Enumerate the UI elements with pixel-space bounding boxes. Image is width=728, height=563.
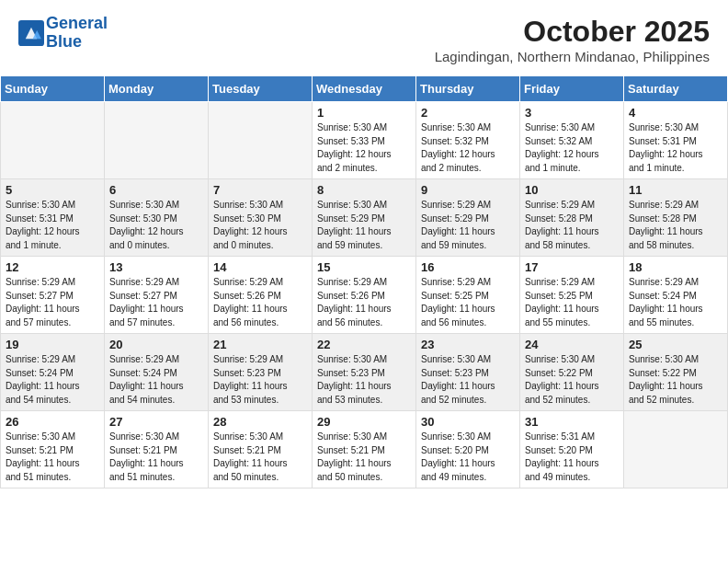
day-info: Sunrise: 5:30 AMSunset: 5:30 PMDaylight:… [109, 199, 203, 252]
day-info: Sunrise: 5:30 AMSunset: 5:21 PMDaylight:… [317, 431, 411, 484]
day-info: Sunrise: 5:29 AMSunset: 5:23 PMDaylight:… [213, 353, 307, 407]
day-number: 6 [109, 183, 203, 197]
day-info: Sunrise: 5:29 AMSunset: 5:26 PMDaylight:… [317, 276, 411, 329]
day-info: Sunrise: 5:29 AMSunset: 5:26 PMDaylight:… [213, 276, 307, 329]
day-number: 29 [317, 415, 411, 429]
calendar-cell: 29Sunrise: 5:30 AMSunset: 5:21 PMDayligh… [313, 411, 416, 488]
calendar-cell: 15Sunrise: 5:29 AMSunset: 5:26 PMDayligh… [313, 257, 416, 334]
calendar-cell: 28Sunrise: 5:30 AMSunset: 5:21 PMDayligh… [209, 411, 313, 488]
month-title: October 2025 [435, 15, 710, 49]
calendar-cell [624, 411, 728, 488]
calendar-cell: 5Sunrise: 5:30 AMSunset: 5:31 PMDaylight… [1, 179, 105, 257]
calendar-cell: 20Sunrise: 5:29 AMSunset: 5:24 PMDayligh… [105, 334, 209, 411]
day-info: Sunrise: 5:31 AMSunset: 5:20 PMDaylight:… [525, 431, 619, 484]
day-number: 13 [109, 260, 203, 274]
weekday-sunday: Sunday [1, 76, 105, 102]
day-number: 4 [629, 106, 722, 120]
weekday-monday: Monday [105, 76, 209, 102]
day-number: 8 [317, 183, 411, 197]
calendar-cell: 30Sunrise: 5:30 AMSunset: 5:20 PMDayligh… [416, 411, 520, 488]
day-info: Sunrise: 5:30 AMSunset: 5:32 AMDaylight:… [525, 121, 619, 175]
weekday-tuesday: Tuesday [209, 76, 313, 102]
day-number: 28 [213, 415, 307, 429]
weekday-wednesday: Wednesday [313, 76, 416, 102]
day-number: 2 [421, 106, 515, 120]
day-info: Sunrise: 5:29 AMSunset: 5:28 PMDaylight:… [525, 199, 619, 252]
day-info: Sunrise: 5:30 AMSunset: 5:33 PMDaylight:… [317, 121, 411, 175]
day-number: 25 [629, 338, 722, 351]
calendar-cell: 13Sunrise: 5:29 AMSunset: 5:27 PMDayligh… [105, 257, 209, 334]
calendar-cell: 18Sunrise: 5:29 AMSunset: 5:24 PMDayligh… [624, 257, 728, 334]
day-info: Sunrise: 5:30 AMSunset: 5:29 PMDaylight:… [317, 199, 411, 252]
week-row-2: 5Sunrise: 5:30 AMSunset: 5:31 PMDaylight… [1, 179, 728, 257]
page-header: General Blue October 2025 Lagindingan, N… [0, 0, 728, 72]
calendar-cell: 8Sunrise: 5:30 AMSunset: 5:29 PMDaylight… [313, 179, 416, 257]
day-info: Sunrise: 5:30 AMSunset: 5:21 PMDaylight:… [6, 431, 99, 484]
day-info: Sunrise: 5:29 AMSunset: 5:28 PMDaylight:… [629, 199, 722, 252]
calendar-cell: 17Sunrise: 5:29 AMSunset: 5:25 PMDayligh… [520, 257, 624, 334]
calendar-cell: 22Sunrise: 5:30 AMSunset: 5:23 PMDayligh… [313, 334, 416, 411]
calendar-cell: 3Sunrise: 5:30 AMSunset: 5:32 AMDaylight… [520, 102, 624, 179]
day-number: 22 [317, 338, 411, 351]
day-number: 18 [629, 260, 722, 274]
weekday-header-row: SundayMondayTuesdayWednesdayThursdayFrid… [1, 76, 728, 102]
calendar-cell: 19Sunrise: 5:29 AMSunset: 5:24 PMDayligh… [1, 334, 105, 411]
calendar-cell: 6Sunrise: 5:30 AMSunset: 5:30 PMDaylight… [105, 179, 209, 257]
day-info: Sunrise: 5:30 AMSunset: 5:21 PMDaylight:… [213, 431, 307, 484]
calendar-cell: 4Sunrise: 5:30 AMSunset: 5:31 PMDaylight… [624, 102, 728, 179]
logo-icon [18, 20, 44, 46]
day-number: 1 [317, 106, 411, 120]
day-info: Sunrise: 5:30 AMSunset: 5:31 PMDaylight:… [629, 121, 722, 175]
location-text: Lagindingan, Northern Mindanao, Philippi… [435, 49, 710, 64]
calendar-cell: 31Sunrise: 5:31 AMSunset: 5:20 PMDayligh… [520, 411, 624, 488]
day-info: Sunrise: 5:30 AMSunset: 5:23 PMDaylight:… [317, 353, 411, 407]
day-number: 31 [525, 415, 619, 429]
day-info: Sunrise: 5:29 AMSunset: 5:29 PMDaylight:… [421, 199, 515, 252]
logo-text-line1: General [46, 15, 108, 33]
day-number: 3 [525, 106, 619, 120]
logo: General Blue [18, 15, 108, 52]
day-info: Sunrise: 5:29 AMSunset: 5:25 PMDaylight:… [421, 276, 515, 329]
day-info: Sunrise: 5:29 AMSunset: 5:24 PMDaylight:… [109, 353, 203, 407]
week-row-5: 26Sunrise: 5:30 AMSunset: 5:21 PMDayligh… [1, 411, 728, 488]
day-number: 23 [421, 338, 515, 351]
week-row-1: 1Sunrise: 5:30 AMSunset: 5:33 PMDaylight… [1, 102, 728, 179]
calendar-cell: 14Sunrise: 5:29 AMSunset: 5:26 PMDayligh… [209, 257, 313, 334]
calendar-cell [209, 102, 313, 179]
day-info: Sunrise: 5:29 AMSunset: 5:27 PMDaylight:… [109, 276, 203, 329]
day-info: Sunrise: 5:30 AMSunset: 5:20 PMDaylight:… [421, 431, 515, 484]
day-number: 10 [525, 183, 619, 197]
day-number: 17 [525, 260, 619, 274]
calendar-cell [105, 102, 209, 179]
day-number: 9 [421, 183, 515, 197]
day-info: Sunrise: 5:29 AMSunset: 5:27 PMDaylight:… [6, 276, 99, 329]
calendar-cell: 25Sunrise: 5:30 AMSunset: 5:22 PMDayligh… [624, 334, 728, 411]
day-info: Sunrise: 5:30 AMSunset: 5:22 PMDaylight:… [525, 353, 619, 407]
title-block: October 2025 Lagindingan, Northern Minda… [435, 15, 710, 64]
day-info: Sunrise: 5:30 AMSunset: 5:23 PMDaylight:… [421, 353, 515, 407]
calendar-cell: 2Sunrise: 5:30 AMSunset: 5:32 PMDaylight… [416, 102, 520, 179]
calendar-cell: 26Sunrise: 5:30 AMSunset: 5:21 PMDayligh… [1, 411, 105, 488]
weekday-friday: Friday [520, 76, 624, 102]
day-number: 5 [6, 183, 99, 197]
calendar-cell: 1Sunrise: 5:30 AMSunset: 5:33 PMDaylight… [313, 102, 416, 179]
day-number: 21 [213, 338, 307, 351]
calendar-cell: 16Sunrise: 5:29 AMSunset: 5:25 PMDayligh… [416, 257, 520, 334]
calendar-cell: 21Sunrise: 5:29 AMSunset: 5:23 PMDayligh… [209, 334, 313, 411]
calendar-table: SundayMondayTuesdayWednesdayThursdayFrid… [0, 75, 728, 488]
logo-text-line2: Blue [46, 33, 108, 52]
day-info: Sunrise: 5:30 AMSunset: 5:32 PMDaylight:… [421, 121, 515, 175]
day-number: 26 [6, 415, 99, 429]
weekday-saturday: Saturday [624, 76, 728, 102]
calendar-cell: 9Sunrise: 5:29 AMSunset: 5:29 PMDaylight… [416, 179, 520, 257]
day-number: 16 [421, 260, 515, 274]
day-number: 7 [213, 183, 307, 197]
calendar-cell [1, 102, 105, 179]
day-info: Sunrise: 5:29 AMSunset: 5:24 PMDaylight:… [629, 276, 722, 329]
week-row-3: 12Sunrise: 5:29 AMSunset: 5:27 PMDayligh… [1, 257, 728, 334]
calendar-cell: 7Sunrise: 5:30 AMSunset: 5:30 PMDaylight… [209, 179, 313, 257]
day-info: Sunrise: 5:30 AMSunset: 5:21 PMDaylight:… [109, 431, 203, 484]
weekday-thursday: Thursday [416, 76, 520, 102]
day-number: 19 [6, 338, 99, 351]
day-number: 15 [317, 260, 411, 274]
